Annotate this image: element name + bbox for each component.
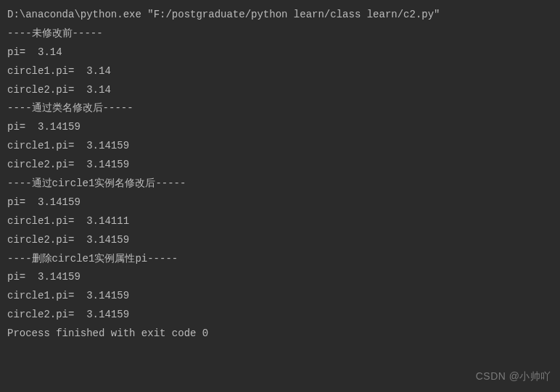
output-line: pi= 3.14159 xyxy=(7,118,553,137)
output-line: circle1.pi= 3.14 xyxy=(7,62,553,81)
watermark: CSDN @小帅吖 xyxy=(476,367,551,386)
output-line: circle2.pi= 3.14159 xyxy=(7,231,553,250)
output-line: circle2.pi= 3.14159 xyxy=(7,156,553,175)
output-line: circle2.pi= 3.14 xyxy=(7,81,553,100)
output-line: pi= 3.14159 xyxy=(7,268,553,287)
output-line: circle1.pi= 3.14159 xyxy=(7,287,553,306)
output-line: ----未修改前----- xyxy=(7,25,553,43)
output-line: Process finished with exit code 0 xyxy=(7,325,553,343)
console-output: D:\anaconda\python.exe "F:/postgraduate/… xyxy=(7,6,553,343)
output-line: circle1.pi= 3.14159 xyxy=(7,137,553,156)
output-line: pi= 3.14159 xyxy=(7,193,553,212)
output-line: D:\anaconda\python.exe "F:/postgraduate/… xyxy=(7,6,553,25)
output-line: ----通过circle1实例名修改后----- xyxy=(7,175,553,193)
output-line: pi= 3.14 xyxy=(7,43,553,62)
output-line: circle2.pi= 3.14159 xyxy=(7,306,553,325)
output-line: circle1.pi= 3.14111 xyxy=(7,212,553,231)
output-line: ----通过类名修改后----- xyxy=(7,99,553,118)
output-line: ----删除circle1实例属性pi----- xyxy=(7,250,553,269)
